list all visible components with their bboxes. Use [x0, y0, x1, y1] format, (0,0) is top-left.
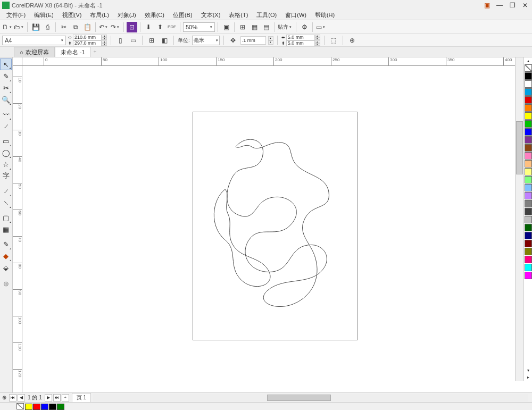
shape-tool[interactable]: ✎: [0, 70, 12, 82]
color-swatch[interactable]: [525, 184, 532, 191]
menu-位图[interactable]: 位图(B): [170, 11, 196, 20]
ruler-origin[interactable]: [13, 57, 22, 66]
publish-pdf-button[interactable]: PDF: [167, 22, 177, 32]
quick-customize-button[interactable]: ⊕: [0, 278, 12, 289]
landscape-button[interactable]: ▭: [128, 35, 138, 46]
fullscreen-button[interactable]: ▣: [221, 22, 231, 32]
export-button[interactable]: ⬆: [155, 22, 165, 32]
snap-button[interactable]: 贴齐▾: [277, 22, 293, 32]
text-tool[interactable]: 字: [0, 170, 12, 182]
add-page-button[interactable]: +: [62, 394, 69, 401]
connector-tool[interactable]: ⟍: [0, 197, 12, 208]
color-swatch[interactable]: [525, 176, 532, 183]
prev-page-button[interactable]: ◀: [18, 394, 25, 401]
menu-效果[interactable]: 效果(C): [142, 11, 168, 20]
zoom-input[interactable]: 50%▾: [183, 22, 215, 32]
color-swatch[interactable]: [525, 208, 532, 215]
rulers-button[interactable]: ⊞: [237, 22, 248, 32]
color-swatch[interactable]: [525, 248, 532, 255]
parallel-dimension-tool[interactable]: ⟋: [0, 185, 12, 197]
add-page-icon[interactable]: ⊕: [2, 395, 6, 400]
color-swatch[interactable]: [525, 216, 532, 223]
horizontal-scrollbar[interactable]: [93, 394, 528, 401]
color-swatch[interactable]: [525, 96, 532, 104]
menu-文本[interactable]: 文本(X): [198, 11, 224, 20]
first-page-button[interactable]: ⏮: [9, 394, 16, 401]
palette-flyout-button[interactable]: ▸: [524, 374, 532, 381]
color-swatch[interactable]: [525, 168, 532, 175]
add-preset-button[interactable]: ⊕: [347, 35, 358, 46]
close-button[interactable]: ✕: [520, 2, 530, 9]
print-button[interactable]: ⎙: [42, 22, 53, 32]
color-swatch[interactable]: [525, 240, 532, 247]
menu-布局[interactable]: 布局(L): [87, 11, 112, 20]
freehand-curve[interactable]: [204, 136, 347, 312]
doc-color-swatch[interactable]: [57, 404, 64, 410]
ellipse-tool[interactable]: ◯: [0, 147, 12, 158]
doc-color-swatch[interactable]: [25, 404, 32, 410]
new-button[interactable]: 🗋▾: [2, 22, 13, 32]
redo-button[interactable]: ↷▾: [110, 22, 121, 32]
menu-帮助[interactable]: 帮助(H): [312, 11, 338, 20]
menu-视图[interactable]: 视图(V): [59, 11, 85, 20]
paper-size-select[interactable]: A4▾: [2, 36, 66, 45]
last-page-button[interactable]: ⏭: [53, 394, 61, 401]
grid-button[interactable]: ▦: [249, 22, 260, 32]
freehand-tool[interactable]: 〰: [0, 108, 12, 120]
duplicate-y-input[interactable]: 5.0 mm: [286, 40, 315, 46]
vertical-scrollbar[interactable]: [515, 57, 523, 381]
palette-up-button[interactable]: ▴: [524, 57, 532, 64]
drawing-canvas[interactable]: [22, 66, 532, 392]
minimize-button[interactable]: —: [495, 2, 504, 9]
undo-button[interactable]: ↶▾: [98, 22, 109, 32]
color-swatch[interactable]: [525, 152, 532, 160]
current-page-button[interactable]: ◧: [159, 35, 170, 46]
cut-button[interactable]: ✂: [59, 22, 69, 32]
crop-tool[interactable]: ✂: [0, 82, 12, 94]
horizontal-ruler[interactable]: 050100150200250300350400: [22, 57, 532, 66]
color-swatch[interactable]: [525, 144, 532, 152]
tab-welcome[interactable]: ⌂欢迎屏幕: [14, 47, 55, 57]
pick-tool[interactable]: ↖: [0, 58, 12, 70]
new-tab-button[interactable]: +: [91, 48, 99, 56]
menu-编辑[interactable]: 编辑(E): [31, 11, 57, 20]
color-swatch[interactable]: [525, 104, 532, 112]
doc-color-swatch[interactable]: [33, 404, 40, 410]
portrait-button[interactable]: ▯: [115, 35, 126, 46]
nudge-input[interactable]: .1 mm: [240, 36, 266, 45]
doc-no-color-swatch[interactable]: [16, 403, 24, 409]
duplicate-x-input[interactable]: 5.0 mm: [286, 35, 315, 40]
save-button[interactable]: 💾: [30, 22, 41, 32]
menu-工具[interactable]: 工具(O): [253, 11, 280, 20]
page-tab-1[interactable]: 页 1: [72, 393, 91, 403]
color-swatch[interactable]: [525, 128, 532, 136]
color-swatch[interactable]: [525, 88, 532, 96]
page-width-input[interactable]: 210.0 mm: [73, 35, 102, 40]
menu-文件[interactable]: 文件(F): [3, 11, 29, 20]
zoom-tool[interactable]: 🔍: [0, 94, 12, 105]
all-pages-button[interactable]: ⊞: [146, 35, 157, 46]
options-button[interactable]: ⚙: [299, 22, 310, 32]
color-swatch[interactable]: [525, 272, 532, 279]
guidelines-button[interactable]: ▤: [261, 22, 271, 32]
units-select[interactable]: 毫米▾: [192, 36, 220, 45]
color-swatch[interactable]: [525, 80, 532, 88]
tab-document[interactable]: 未命名 -1: [55, 47, 91, 57]
page-height-input[interactable]: 297.0 mm: [73, 40, 102, 46]
color-swatch[interactable]: [525, 224, 532, 231]
color-swatch[interactable]: [525, 72, 532, 80]
doc-color-swatch[interactable]: [41, 404, 48, 410]
color-swatch[interactable]: [525, 200, 532, 207]
maximize-button[interactable]: ❐: [508, 2, 517, 9]
treat-as-filled-button[interactable]: ⬚: [328, 35, 339, 46]
import-button[interactable]: ⬇: [143, 22, 154, 32]
color-swatch[interactable]: [525, 136, 532, 144]
color-swatch[interactable]: [525, 264, 532, 271]
color-swatch[interactable]: [525, 232, 532, 239]
drop-shadow-tool[interactable]: ▢: [0, 212, 12, 223]
help-icon[interactable]: ▣: [482, 2, 492, 9]
color-swatch[interactable]: [525, 120, 532, 128]
palette-down-button[interactable]: ▾: [524, 367, 532, 374]
color-eyedropper-tool[interactable]: ✎: [0, 238, 12, 250]
open-button[interactable]: 🗁▾: [14, 22, 24, 32]
